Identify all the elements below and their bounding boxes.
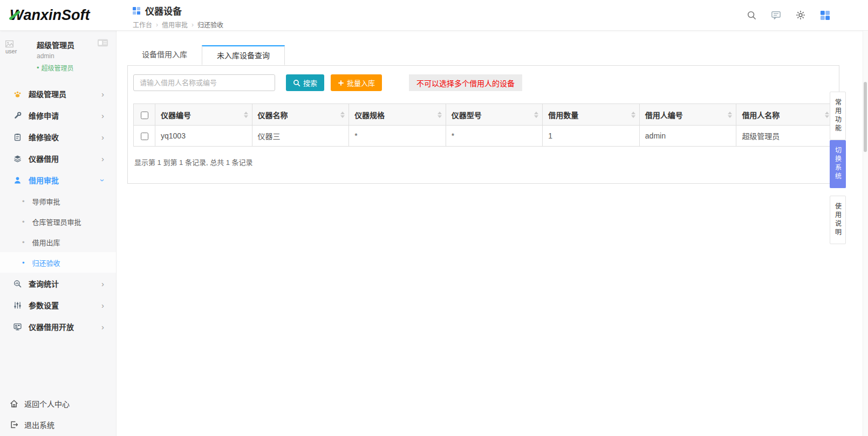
search-button[interactable]: 搜索 bbox=[286, 74, 324, 91]
sidebar-subitem-label: 归还验收 bbox=[32, 258, 60, 268]
sidebar-item-label: 超级管理员 bbox=[29, 88, 66, 99]
column-header[interactable]: 借用人名称 bbox=[736, 104, 833, 126]
select-all-checkbox[interactable] bbox=[141, 112, 148, 119]
wrench-icon bbox=[13, 112, 22, 120]
sidebar-subitem-label: 借用出库 bbox=[32, 237, 60, 247]
column-header[interactable]: 仪器规格 bbox=[349, 104, 446, 126]
sort-icon[interactable] bbox=[534, 112, 538, 118]
sidebar-item-3[interactable]: 仪器借用 › bbox=[0, 148, 116, 169]
column-header-label: 仪器名称 bbox=[258, 111, 288, 120]
bullet-icon: • bbox=[22, 238, 25, 246]
sidebar-subitem-label: 导师审批 bbox=[32, 196, 60, 206]
sidebar-footer: 返回个人中心 退出系统 bbox=[0, 389, 116, 436]
column-header-label: 仪器编号 bbox=[161, 111, 191, 120]
breadcrumb-item[interactable]: 工作台 bbox=[133, 20, 152, 29]
search-button-label: 搜索 bbox=[303, 78, 317, 88]
column-header[interactable]: 借用数量 bbox=[543, 104, 640, 126]
device-table-wrap: 仪器编号仪器名称仪器规格仪器型号借用数量借用人编号借用人名称 yq1003仪器三… bbox=[133, 103, 833, 147]
sort-icon[interactable] bbox=[825, 112, 829, 118]
sidebar-item-label: 仪器借用开放 bbox=[29, 321, 74, 332]
sidebar-footer-home[interactable]: 返回个人中心 bbox=[0, 393, 116, 414]
sidebar-item-5[interactable]: 查询统计 › bbox=[0, 273, 116, 294]
table-row[interactable]: yq1003仪器三**1admin超级管理员 bbox=[134, 126, 833, 147]
sidebar-item-label: 维修申请 bbox=[29, 110, 59, 121]
user-role-label: 超级管理员 bbox=[42, 63, 74, 72]
sort-icon[interactable] bbox=[631, 112, 635, 118]
sidebar-item-2[interactable]: 维修验收 › bbox=[0, 126, 116, 148]
brand-logo: WanxinSoft bbox=[0, 0, 117, 30]
toolbar: 搜索 批量入库 不可以选择多个借用人的设备 bbox=[133, 74, 833, 91]
sliders-icon bbox=[13, 301, 22, 309]
table-cell: 1 bbox=[543, 126, 640, 147]
side-tab-0[interactable]: 常用功能 bbox=[830, 92, 846, 140]
page-head: 仪器设备 工作台›借用审批›归还验收 bbox=[133, 0, 223, 30]
gear-icon[interactable] bbox=[796, 10, 805, 20]
chevron-right-icon: › bbox=[101, 90, 104, 98]
sort-icon[interactable] bbox=[438, 112, 442, 118]
sidebar-subitem[interactable]: • 导师审批 bbox=[0, 191, 116, 211]
sidebar-submenu: • 导师审批 • 仓库管理员审批 • 借用出库 • 归还验收 bbox=[0, 191, 116, 273]
side-tab-2[interactable]: 使用说明 bbox=[830, 196, 846, 244]
batch-button-label: 批量入库 bbox=[347, 78, 375, 88]
title-grid-icon bbox=[133, 7, 140, 15]
sidebar-subitem[interactable]: • 仓库管理员审批 bbox=[0, 211, 116, 232]
sort-icon[interactable] bbox=[340, 112, 345, 118]
sort-icon[interactable] bbox=[728, 112, 732, 118]
sidebar-footer-label: 退出系统 bbox=[24, 419, 54, 430]
sidebar-item-label: 仪器借用 bbox=[29, 153, 59, 164]
search-icon[interactable] bbox=[747, 10, 756, 20]
sidebar-item-4[interactable]: 借用审批 › bbox=[0, 169, 116, 191]
column-header[interactable]: 仪器编号 bbox=[155, 104, 252, 126]
breadcrumb: 工作台›借用审批›归还验收 bbox=[133, 20, 223, 29]
table-cell: 仪器三 bbox=[252, 126, 349, 147]
logout-icon bbox=[10, 420, 18, 429]
column-header-label: 仪器规格 bbox=[354, 111, 385, 120]
sidebar-nav: 超级管理员 › 维修申请 › 维修验收 › 仪器借用 › 借用审批 › • 导师… bbox=[0, 79, 116, 389]
column-header-label: 借用人编号 bbox=[645, 111, 683, 120]
record-summary: 显示第 1 到第 1 条记录, 总共 1 条记录 bbox=[133, 157, 833, 167]
sidebar-subitem[interactable]: • 借用出库 bbox=[0, 232, 116, 252]
layers-icon bbox=[13, 155, 22, 163]
sidebar-item-7[interactable]: 仪器借用开放 › bbox=[0, 316, 116, 337]
home-icon bbox=[10, 399, 18, 408]
sidebar-footer-label: 返回个人中心 bbox=[24, 398, 70, 409]
sidebar-item-0[interactable]: 超级管理员 › bbox=[0, 83, 116, 105]
column-header[interactable]: 仪器名称 bbox=[252, 104, 349, 126]
column-header-label: 借用数量 bbox=[548, 111, 578, 120]
side-tab-1[interactable]: 切换系统 bbox=[830, 140, 846, 188]
column-header-label: 仪器型号 bbox=[452, 111, 482, 120]
breadcrumb-separator-icon: › bbox=[156, 21, 158, 29]
scrollbar-track[interactable] bbox=[863, 31, 868, 436]
sidebar-subitem[interactable]: • 归还验收 bbox=[0, 252, 116, 273]
row-checkbox[interactable] bbox=[141, 133, 148, 140]
user-role: • 超级管理员 bbox=[5, 63, 110, 72]
apps-icon[interactable] bbox=[820, 10, 830, 20]
user-name: 超级管理员 bbox=[37, 39, 74, 50]
monitor-icon bbox=[13, 323, 22, 331]
table-cell: * bbox=[349, 126, 446, 147]
tab-0[interactable]: 设备借用入库 bbox=[127, 45, 202, 65]
table-cell: yq1003 bbox=[155, 126, 252, 147]
batch-inbound-button[interactable]: 批量入库 bbox=[331, 74, 382, 91]
main-content: 设备借用入库未入库设备查询 搜索 批量入库 不可以选择多个借用人的设备 仪器编号… bbox=[117, 31, 868, 436]
breadcrumb-item[interactable]: 借用审批 bbox=[162, 20, 188, 29]
message-icon[interactable] bbox=[771, 10, 781, 20]
bullet-icon: • bbox=[22, 197, 25, 205]
user-card: user 超级管理员 admin • 超级管理员 bbox=[0, 31, 116, 79]
chevron-right-icon: › bbox=[101, 155, 104, 163]
sidebar-item-1[interactable]: 维修申请 › bbox=[0, 105, 116, 126]
column-header[interactable]: 仪器型号 bbox=[446, 104, 543, 126]
magnifier-icon bbox=[293, 79, 300, 87]
sidebar-footer-logout[interactable]: 退出系统 bbox=[0, 414, 116, 435]
sort-icon[interactable] bbox=[244, 112, 248, 118]
table-cell: 超级管理员 bbox=[736, 126, 833, 147]
scrollbar-thumb[interactable] bbox=[864, 82, 867, 152]
tab-1[interactable]: 未入库设备查询 bbox=[202, 45, 285, 65]
breadcrumb-item[interactable]: 归还验收 bbox=[197, 20, 223, 29]
table-body: yq1003仪器三**1admin超级管理员 bbox=[134, 126, 833, 147]
search-input[interactable] bbox=[133, 74, 275, 91]
sidebar-item-6[interactable]: 参数设置 › bbox=[0, 294, 116, 316]
column-header[interactable]: 借用人编号 bbox=[639, 104, 736, 126]
tab-bar: 设备借用入库未入库设备查询 bbox=[127, 45, 839, 66]
id-card-icon[interactable] bbox=[97, 39, 108, 47]
